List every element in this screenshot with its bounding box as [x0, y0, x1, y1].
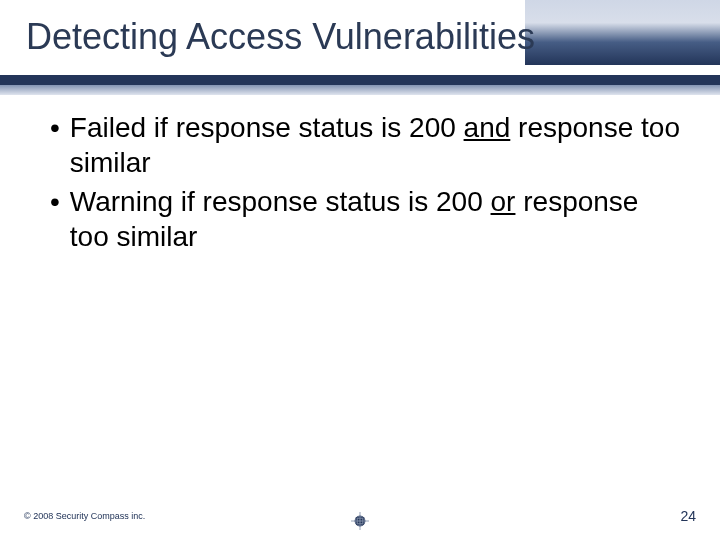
header-mid-bar	[0, 75, 720, 95]
bullet-text-underlined: and	[464, 112, 511, 143]
bullet-marker: •	[50, 184, 60, 254]
bullet-text-pre: Failed if response status is 200	[70, 112, 464, 143]
header-white-gap	[0, 65, 720, 75]
bullet-text-underlined: or	[491, 186, 516, 217]
bullet-item: • Failed if response status is 200 and r…	[50, 110, 680, 180]
content-area: • Failed if response status is 200 and r…	[50, 110, 680, 258]
page-number: 24	[680, 508, 696, 524]
slide: Detecting Access Vulnerabilities • Faile…	[0, 0, 720, 540]
footer: © 2008 Security Compass inc. 24	[24, 506, 696, 526]
copyright-text: © 2008 Security Compass inc.	[24, 511, 145, 521]
bullet-marker: •	[50, 110, 60, 180]
bullet-text-pre: Warning if response status is 200	[70, 186, 491, 217]
slide-title: Detecting Access Vulnerabilities	[26, 16, 694, 58]
bullet-text: Failed if response status is 200 and res…	[70, 110, 680, 180]
bullet-text: Warning if response status is 200 or res…	[70, 184, 680, 254]
bullet-item: • Warning if response status is 200 or r…	[50, 184, 680, 254]
title-area: Detecting Access Vulnerabilities	[0, 8, 720, 58]
